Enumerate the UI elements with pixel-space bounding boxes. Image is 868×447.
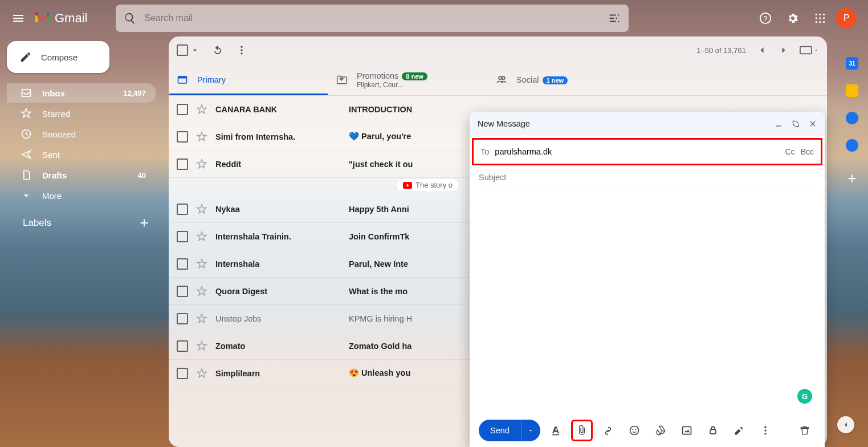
svg-text:?: ? xyxy=(763,14,767,23)
email-checkbox[interactable] xyxy=(177,258,188,270)
insert-emoji-button[interactable] xyxy=(624,420,645,441)
tab-promotions[interactable]: Promotions8 newFlipkart, Cour... xyxy=(328,64,488,95)
star-icon[interactable] xyxy=(196,340,207,352)
minimize-button[interactable] xyxy=(775,120,783,128)
attachment-chip[interactable]: The story o xyxy=(396,178,460,192)
star-icon[interactable] xyxy=(196,286,207,297)
prev-page-button[interactable] xyxy=(756,44,768,56)
email-checkbox[interactable] xyxy=(177,368,188,379)
compose-dialog: New Message To Cc Bcc G Send xyxy=(470,112,825,447)
tab-primary[interactable]: Primary xyxy=(169,64,328,95)
email-checkbox[interactable] xyxy=(177,313,188,324)
google-apps-button[interactable] xyxy=(809,7,832,30)
svg-point-9 xyxy=(819,21,821,23)
compose-title-bar[interactable]: New Message xyxy=(470,112,825,136)
insert-photo-button[interactable] xyxy=(676,420,698,441)
bcc-button[interactable]: Bcc xyxy=(801,147,814,156)
email-checkbox[interactable] xyxy=(177,231,188,242)
keep-app-icon[interactable] xyxy=(846,84,858,97)
insert-link-button[interactable] xyxy=(597,420,619,441)
star-icon[interactable] xyxy=(196,313,207,324)
page-info: 1–50 of 13,761 xyxy=(696,46,746,55)
sidebar-item-more[interactable]: More xyxy=(7,186,156,205)
fullscreen-button[interactable] xyxy=(792,120,800,128)
show-side-panel-button[interactable] xyxy=(837,416,854,433)
insert-signature-button[interactable] xyxy=(728,420,750,441)
email-checkbox[interactable] xyxy=(177,340,188,352)
category-tabs: PrimaryPromotions8 newFlipkart, Cour...S… xyxy=(169,64,827,96)
send-button[interactable]: Send xyxy=(479,420,540,441)
close-button[interactable] xyxy=(809,120,817,128)
star-icon[interactable] xyxy=(196,231,207,242)
refresh-button[interactable] xyxy=(212,44,223,56)
more-options-button[interactable] xyxy=(755,420,776,441)
labels-title: Labels xyxy=(23,217,51,229)
settings-button[interactable] xyxy=(781,7,804,30)
to-label: To xyxy=(480,147,489,156)
side-panel: 31 xyxy=(836,36,868,447)
to-input[interactable] xyxy=(495,147,785,156)
compose-button[interactable]: Compose xyxy=(7,41,109,73)
star-icon[interactable] xyxy=(196,258,207,270)
confidential-mode-button[interactable] xyxy=(702,420,724,441)
send-options-button[interactable] xyxy=(521,420,540,441)
email-checkbox[interactable] xyxy=(177,131,188,143)
sidebar-item-starred[interactable]: Starred xyxy=(7,104,156,123)
attach-file-button[interactable] xyxy=(571,420,593,441)
get-addons-button[interactable] xyxy=(846,172,858,185)
account-avatar[interactable]: P xyxy=(836,8,857,29)
gmail-logo[interactable]: Gmail xyxy=(34,11,87,26)
grammarly-icon[interactable]: G xyxy=(797,389,812,404)
support-button[interactable]: ? xyxy=(754,7,777,30)
discard-draft-button[interactable] xyxy=(794,420,816,441)
star-icon[interactable] xyxy=(196,104,207,115)
next-page-button[interactable] xyxy=(778,44,789,56)
star-icon[interactable] xyxy=(196,204,207,215)
contacts-app-icon[interactable] xyxy=(846,139,858,152)
tasks-app-icon[interactable] xyxy=(846,112,858,124)
tab-social[interactable]: Social1 new xyxy=(488,64,647,95)
svg-rect-21 xyxy=(552,434,559,436)
cc-button[interactable]: Cc xyxy=(785,147,795,156)
more-button[interactable] xyxy=(236,44,247,56)
search-bar[interactable] xyxy=(116,5,629,32)
email-checkbox[interactable] xyxy=(177,286,188,297)
search-options-icon[interactable] xyxy=(608,12,621,25)
email-checkbox[interactable] xyxy=(177,159,188,170)
add-label-button[interactable] xyxy=(138,217,150,229)
svg-point-29 xyxy=(764,433,766,434)
star-icon xyxy=(21,108,32,119)
app-name: Gmail xyxy=(55,11,87,26)
star-icon[interactable] xyxy=(196,159,207,170)
svg-point-5 xyxy=(816,17,817,19)
svg-point-2 xyxy=(816,14,817,15)
sidebar-item-sent[interactable]: Sent xyxy=(7,145,156,164)
email-checkbox[interactable] xyxy=(177,104,188,115)
svg-point-14 xyxy=(241,52,242,54)
star-icon[interactable] xyxy=(196,131,207,143)
subject-input[interactable] xyxy=(479,173,816,182)
insert-drive-button[interactable] xyxy=(650,420,671,441)
formatting-button[interactable] xyxy=(545,420,567,441)
compose-title: New Message xyxy=(478,119,530,128)
input-tools-button[interactable] xyxy=(800,46,819,55)
app-header: Gmail ? P xyxy=(0,0,868,36)
svg-point-8 xyxy=(816,21,817,23)
calendar-app-icon[interactable]: 31 xyxy=(846,57,858,70)
svg-point-7 xyxy=(823,17,825,19)
main-menu-button[interactable] xyxy=(5,5,32,32)
svg-rect-26 xyxy=(710,429,716,434)
compose-body[interactable] xyxy=(470,189,825,414)
select-all-checkbox[interactable] xyxy=(177,44,199,56)
email-checkbox[interactable] xyxy=(177,204,188,215)
sidebar-item-snoozed[interactable]: Snoozed xyxy=(7,124,156,144)
svg-point-13 xyxy=(241,49,242,51)
sidebar-item-drafts[interactable]: Drafts40 xyxy=(7,165,156,185)
sidebar: Compose Inbox12,497StarredSnoozedSentDra… xyxy=(0,36,164,447)
svg-point-28 xyxy=(764,429,766,431)
star-icon[interactable] xyxy=(196,368,207,379)
svg-point-24 xyxy=(635,429,636,430)
svg-rect-15 xyxy=(800,47,812,54)
sidebar-item-inbox[interactable]: Inbox12,497 xyxy=(7,83,156,103)
search-input[interactable] xyxy=(144,13,608,23)
